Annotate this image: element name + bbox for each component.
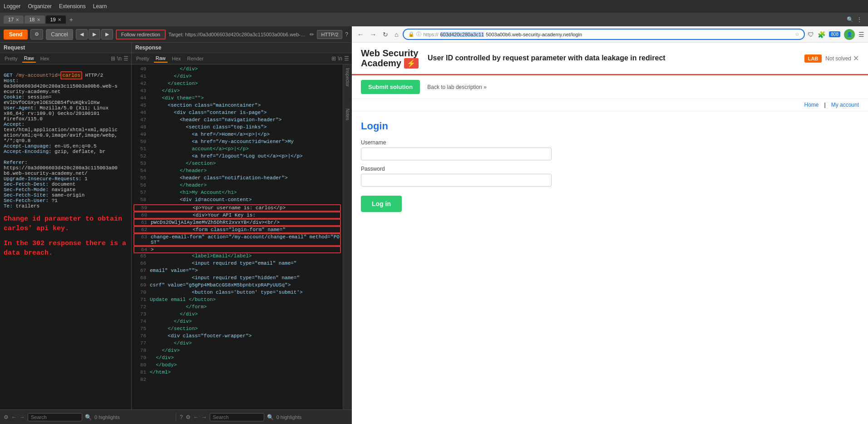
tab-17[interactable]: 17 ✕	[4, 15, 24, 24]
response-line: 73 </div>	[133, 311, 341, 319]
back-to-lab-button[interactable]: Back to lab description »	[427, 84, 487, 90]
login-button[interactable]: Log in	[361, 196, 402, 212]
response-body[interactable]: 40 </div>41 </div>42 </section>43 </div>…	[132, 64, 343, 409]
res-search-input[interactable]	[210, 413, 264, 421]
tab-menu[interactable]: ⋮	[854, 16, 864, 23]
response-line: 57 <h1>My Account</h1>	[133, 190, 341, 197]
res-newline-toggle[interactable]: \n	[338, 55, 342, 62]
req-back-icon[interactable]: ←	[11, 414, 17, 420]
req-settings-icon[interactable]: ⚙	[4, 414, 9, 420]
tab-19[interactable]: 19 ✕	[46, 15, 66, 24]
url-scheme: https://	[423, 32, 438, 37]
req-tab-raw[interactable]: Raw	[22, 54, 36, 63]
response-line: 76 <div class="footer-wrapper">	[133, 333, 341, 340]
request-tabs: Pretty Raw Hex ⊞ \n ☰	[0, 53, 131, 64]
req-highlights-count: 0 highlights	[94, 414, 120, 420]
counter-badge: 808	[829, 31, 840, 37]
extensions-menu[interactable]: 🧩	[818, 31, 825, 38]
req-menu-icon[interactable]: ☰	[123, 55, 128, 62]
request-panel: Request Pretty Raw Hex ⊞ \n ☰ GET /my-ac…	[0, 43, 132, 409]
res-highlights-count: 0 highlights	[276, 414, 302, 420]
request-toolbar: Send ⚙ Cancel ◀ ▶ ▶ Follow redirection T…	[0, 26, 352, 43]
browser-forward[interactable]: →	[368, 30, 378, 39]
res-tab-render[interactable]: Render	[185, 55, 205, 62]
nav-account-link[interactable]: My account	[831, 102, 859, 108]
username-group: Username	[361, 139, 552, 160]
res-back-icon[interactable]: ←	[193, 414, 199, 420]
req-tab-hex[interactable]: Hex	[39, 55, 51, 62]
extension-icon[interactable]: 🛡	[808, 31, 814, 38]
tab-search-icon[interactable]: 🔍	[847, 16, 853, 23]
tab-18-close[interactable]: ✕	[37, 17, 40, 22]
lab-title: User ID controlled by request parameter …	[419, 53, 804, 63]
response-line: 79 </div>	[133, 355, 341, 362]
request-body[interactable]: GET /my-account?id=carlos HTTP/2 Host: 0…	[0, 64, 131, 409]
send-button[interactable]: Send	[4, 30, 28, 39]
req-bottom-section: ⚙ ← → 🔍 0 highlights	[4, 413, 172, 421]
nav-learn[interactable]: Learn	[93, 3, 107, 10]
annotation-1: Change id parameter to obtain carlos' ap…	[4, 215, 126, 232]
response-panel: Response Pretty Raw Hex Render ⊞ \n ☰ 4	[132, 43, 352, 409]
bookmark-icon[interactable]: ☆	[795, 31, 799, 37]
req-newline-toggle[interactable]: \n	[117, 55, 122, 62]
nav-organizer[interactable]: Organizer	[28, 3, 52, 10]
help-icon[interactable]: ?	[345, 31, 348, 38]
browser-refresh[interactable]: ↻	[381, 30, 390, 39]
req-search-input[interactable]	[28, 413, 82, 421]
settings-icon[interactable]: ⚙	[30, 29, 43, 39]
response-line: 58 <div id=account-content>	[133, 197, 341, 204]
nav-extensions[interactable]: Extensions	[59, 3, 86, 10]
browser-menu[interactable]: ☰	[858, 31, 864, 38]
url-bar[interactable]: 🔒 ⓘ https:// 603d420c280a3c115003a00b6.w…	[403, 29, 805, 40]
next-button[interactable]: ▶	[89, 29, 100, 39]
prev-button[interactable]: ◀	[76, 29, 88, 39]
edit-icon[interactable]: ✏	[310, 31, 314, 38]
response-panel-header: Response	[132, 43, 352, 53]
response-line: 42 </section>	[133, 81, 341, 88]
req-tab-pretty[interactable]: Pretty	[3, 55, 20, 62]
res-tab-raw[interactable]: Raw	[154, 54, 168, 63]
submit-solution-button[interactable]: Submit solution	[361, 80, 420, 94]
tab-18[interactable]: 18 ✕	[25, 15, 44, 24]
target-url: Target: https://0a3d006603d420c280a3c115…	[168, 32, 307, 37]
annotation-2: In the 302 response there is a data brea…	[4, 240, 130, 257]
cancel-button[interactable]: Cancel	[46, 29, 73, 40]
req-search-icon[interactable]: 🔍	[85, 414, 92, 420]
res-view-toggle[interactable]: ⊞	[331, 55, 336, 62]
nav-home-link[interactable]: Home	[804, 102, 819, 108]
response-line: 68 <input required type="hidden" name="	[133, 275, 341, 282]
profile-icon[interactable]: 👤	[844, 29, 855, 40]
tab-add[interactable]: +	[67, 16, 76, 23]
url-rest: 5003a00b6.web-security-academy.net/login	[486, 32, 582, 37]
req-view-toggle[interactable]: ⊞	[111, 55, 115, 62]
lock-icon: 🔒	[408, 31, 414, 37]
browser-home[interactable]: ⌂	[393, 30, 400, 39]
response-line: 61pWcDs2OWljAIAylmeMVZh5DhRt2xvxYB</div>…	[133, 219, 341, 226]
follow-redirection-button[interactable]: Follow redirection	[116, 30, 166, 39]
res-tab-pretty[interactable]: Pretty	[134, 55, 151, 62]
res-settings-icon[interactable]: ⚙	[186, 414, 191, 420]
forward-button[interactable]: ▶	[101, 29, 113, 39]
response-line: 43 </div>	[133, 88, 341, 95]
res-tab-hex[interactable]: Hex	[170, 55, 183, 62]
res-forward-icon[interactable]: →	[202, 414, 207, 420]
url-highlight-part: 603d420c280a3c11	[440, 32, 484, 37]
res-search-icon[interactable]: 🔍	[267, 414, 274, 420]
req-forward-icon[interactable]: →	[20, 414, 25, 420]
tab-19-close[interactable]: ✕	[58, 17, 61, 22]
lab-title-text: User ID controlled by request parameter …	[428, 53, 795, 63]
browser-back[interactable]: ←	[355, 30, 365, 39]
response-tabs: Pretty Raw Hex Render ⊞ \n ☰	[132, 53, 352, 64]
response-line: 74 </div>	[133, 319, 341, 326]
username-input[interactable]	[361, 148, 552, 160]
res-help-icon[interactable]: ?	[180, 414, 183, 420]
url-info-icon: ⓘ	[416, 31, 421, 38]
tab-bar: 17 ✕ 18 ✕ 19 ✕ + 🔍 ⋮	[0, 13, 868, 26]
res-menu-icon[interactable]: ☰	[344, 55, 349, 62]
wsa-actions: Submit solution Back to lab description …	[352, 75, 868, 99]
response-line: 65 <label>Email</label>	[133, 253, 341, 261]
nav-logger[interactable]: Logger	[4, 3, 20, 10]
password-input[interactable]	[361, 174, 552, 187]
response-line: 72 </form>	[133, 304, 341, 311]
tab-17-close[interactable]: ✕	[15, 17, 19, 22]
